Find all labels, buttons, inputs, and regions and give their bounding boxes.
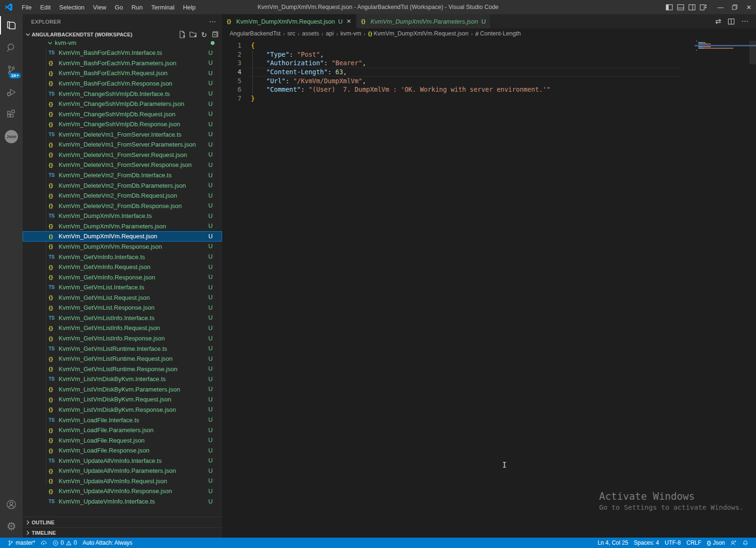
tab-parameters-json[interactable]: {} KvmVm_DumpXmlVm.Parameters.json U [356, 14, 491, 28]
menu-go[interactable]: Go [111, 0, 127, 14]
account-activity-icon[interactable] [0, 493, 23, 515]
tree-item[interactable]: {}KvmVm_BashForEachVm.Response.jsonU [23, 78, 222, 89]
tree-item[interactable]: TSKvmVm_ListVmDiskByKvm.Interface.tsU [23, 374, 222, 384]
tree-item[interactable]: TSKvmVm_GetVmListInfo.Interface.tsU [23, 313, 222, 323]
tree-item[interactable]: {}KvmVm_ChangeSshVmIpDb.Request.jsonU [23, 109, 222, 119]
tree-item[interactable]: TSKvmVm_DumpXmlVm.Interface.tsU [23, 211, 222, 221]
tree-item[interactable]: TSKvmVm_GetVmInfo.Interface.tsU [23, 252, 222, 262]
tree-item[interactable]: {}KvmVm_UpdateAllVmInfo.Request.jsonU [23, 476, 222, 487]
extensions-activity-icon[interactable] [0, 103, 23, 125]
problems-status[interactable]: 0 0 [50, 538, 79, 548]
breadcrumb-item[interactable]: AngularBackendTst [230, 30, 281, 37]
tree-item[interactable]: {}KvmVm_ListVmDiskByKvm.Parameters.jsonU [23, 384, 222, 395]
notifications-button[interactable] [739, 538, 751, 548]
explorer-activity-icon[interactable] [0, 14, 23, 36]
minimize-button[interactable]: — [713, 0, 728, 14]
tree-item[interactable]: TSKvmVm_DeleteVm1_FromServer.Interface.t… [23, 130, 222, 140]
menu-terminal[interactable]: Terminal [147, 0, 179, 14]
tree-item[interactable]: {}KvmVm_LoadFile.Parameters.jsonU [23, 425, 222, 435]
more-actions-icon[interactable]: ⋯ [741, 17, 748, 26]
run-debug-activity-icon[interactable] [0, 81, 23, 103]
breadcrumb-item[interactable]: src [287, 30, 295, 37]
tree-item[interactable]: TSKvmVm_GetVmListRuntime.Interface.tsU [23, 343, 222, 354]
sync-changes-button[interactable] [38, 538, 50, 548]
restore-button[interactable] [728, 0, 742, 14]
source-control-activity-icon[interactable]: 1K+ [0, 59, 23, 81]
tree-item[interactable]: {}KvmVm_GetVmList.Request.jsonU [23, 293, 222, 303]
tree-item[interactable]: {}KvmVm_GetVmList.Response.jsonU [23, 303, 222, 313]
tab-request-json[interactable]: {} KvmVm_DumpXmlVm.Request.json U ✕ [222, 14, 356, 28]
tree-item[interactable]: {}KvmVm_DumpXmlVm.Response.jsonU [23, 242, 222, 252]
toggle-sidebar-icon[interactable] [666, 4, 673, 11]
tree-item[interactable]: {}KvmVm_UpdateAllVmInfo.Parameters.jsonU [23, 466, 222, 476]
tree-item[interactable]: {}KvmVm_DeleteVm2_FromDb.Parameters.json… [23, 180, 222, 191]
tree-item[interactable]: {}KvmVm_ChangeSshVmIpDb.Parameters.jsonU [23, 99, 222, 109]
tree-item[interactable]: {}KvmVm_GetVmListRuntime.Response.jsonU [23, 364, 222, 374]
auto-attach-status[interactable]: Auto Attach: Always [80, 538, 135, 548]
tree-item[interactable]: {}KvmVm_BashForEachVm.Parameters.jsonU [23, 58, 222, 69]
tree-item[interactable]: {}KvmVm_GetVmInfo.Response.jsonU [23, 272, 222, 282]
new-folder-icon[interactable] [189, 31, 197, 38]
explorer-more-actions-icon[interactable]: ⋯ [209, 17, 216, 26]
folder-kvm-vm[interactable]: kvm-vm [23, 40, 222, 48]
tree-item[interactable]: {}KvmVm_ListVmDiskByKvm.Request.jsonU [23, 394, 222, 405]
tree-item[interactable]: {}KvmVm_DumpXmlVm.Parameters.jsonU [23, 221, 222, 232]
open-changes-icon[interactable]: ⇄ [715, 17, 721, 26]
tree-item[interactable]: {}KvmVm_DeleteVm1_FromServer.Response.js… [23, 160, 222, 170]
collapse-all-icon[interactable] [211, 31, 218, 38]
tree-item[interactable]: {}KvmVm_GetVmListInfo.Response.jsonU [23, 333, 222, 344]
code-editor[interactable]: 1234567 { "Type": "Post", "Authorization… [222, 39, 756, 538]
eol-status[interactable]: CRLF [684, 538, 704, 548]
breadcrumb-item[interactable]: {}KvmVm_DumpXmlVm.Request.json [368, 30, 469, 37]
tree-item[interactable]: {}KvmVm_LoadFile.Response.jsonU [23, 445, 222, 456]
tree-item[interactable]: {}KvmVm_ListVmDiskByKvm.Response.jsonU [23, 405, 222, 415]
tree-item[interactable]: TSKvmVm_ChangeSshVmIpDb.Interface.tsU [23, 88, 222, 99]
tree-item[interactable]: {}KvmVm_LoadFile.Request.jsonU [23, 435, 222, 445]
split-editor-icon[interactable] [728, 18, 735, 25]
tree-item[interactable]: TSKvmVm_UpdateVmInfo.Interface.tsU [23, 496, 222, 507]
tree-item[interactable]: TSKvmVm_UpdateAllVmInfo.Interface.tsU [23, 456, 222, 466]
timeline-section-header[interactable]: TIMELINE [23, 527, 222, 538]
json-extension-activity-icon[interactable]: Json [0, 125, 23, 148]
menu-file[interactable]: File [17, 0, 36, 14]
tree-item[interactable]: {}KvmVm_DeleteVm1_FromServer.Request.jso… [23, 150, 222, 160]
toggle-panel-icon[interactable] [677, 4, 684, 11]
tree-item[interactable]: {}KvmVm_BashForEachVm.Request.jsonU [23, 68, 222, 78]
menu-help[interactable]: Help [179, 0, 200, 14]
tree-item[interactable]: {}KvmVm_GetVmInfo.Request.jsonU [23, 262, 222, 272]
tree-item[interactable]: {}KvmVm_DeleteVm2_FromDb.Request.jsonU [23, 191, 222, 201]
editor-scrollbar[interactable] [749, 41, 756, 64]
toggle-secondary-sidebar-icon[interactable] [688, 4, 696, 11]
menu-run[interactable]: Run [127, 0, 147, 14]
tree-item[interactable]: {}KvmVm_ChangeSshVmIpDb.Response.jsonU [23, 119, 222, 130]
tree-item[interactable]: {}KvmVm_DeleteVm2_FromDb.Response.jsonU [23, 200, 222, 211]
indentation-status[interactable]: Spaces: 4 [631, 538, 662, 548]
search-activity-icon[interactable] [0, 36, 23, 59]
breadcrumb-item[interactable]: api [326, 30, 334, 37]
tree-item[interactable]: TSKvmVm_DeleteVm2_FromDb.Interface.tsU [23, 170, 222, 181]
tree-item[interactable]: {}KvmVm_GetVmListInfo.Request.jsonU [23, 323, 222, 333]
tree-item[interactable]: TSKvmVm_BashForEachVm.Interface.tsU [23, 48, 222, 58]
refresh-icon[interactable]: ↻ [201, 31, 207, 38]
menu-edit[interactable]: Edit [36, 0, 55, 14]
tree-item[interactable]: TSKvmVm_GetVmList.Interface.tsU [23, 282, 222, 293]
language-mode-status[interactable]: {} Json [704, 538, 728, 548]
workspace-section-header[interactable]: ANGULARBACKENDTST (WORKSPACE) ↻ [23, 29, 222, 40]
feedback-button[interactable] [728, 538, 739, 548]
menu-selection[interactable]: Selection [55, 0, 88, 14]
tree-item[interactable]: {}KvmVm_GetVmListRuntime.Request.jsonU [23, 354, 222, 364]
tree-item[interactable]: {}KvmVm_DeleteVm1_FromServer.Parameters.… [23, 139, 222, 150]
outline-section-header[interactable]: OUTLINE [23, 517, 222, 527]
settings-activity-icon[interactable]: ⚙ [0, 515, 23, 538]
close-tab-icon[interactable]: ✕ [346, 18, 351, 25]
git-branch-status[interactable]: master* [5, 538, 38, 548]
tree-item[interactable]: TSKvmVm_LoadFile.Interface.tsU [23, 415, 222, 425]
menu-view[interactable]: View [89, 0, 111, 14]
close-window-button[interactable]: ✕ [742, 0, 756, 14]
encoding-status[interactable]: UTF-8 [662, 538, 684, 548]
tree-item[interactable]: {}KvmVm_UpdateAllVmInfo.Response.jsonU [23, 486, 222, 496]
breadcrumb-item[interactable]: #Content-Length [475, 30, 521, 37]
customize-layout-icon[interactable] [700, 4, 707, 11]
tree-item[interactable]: {}KvmVm_DumpXmlVm.Request.jsonU [23, 231, 222, 242]
new-file-icon[interactable] [178, 31, 186, 38]
